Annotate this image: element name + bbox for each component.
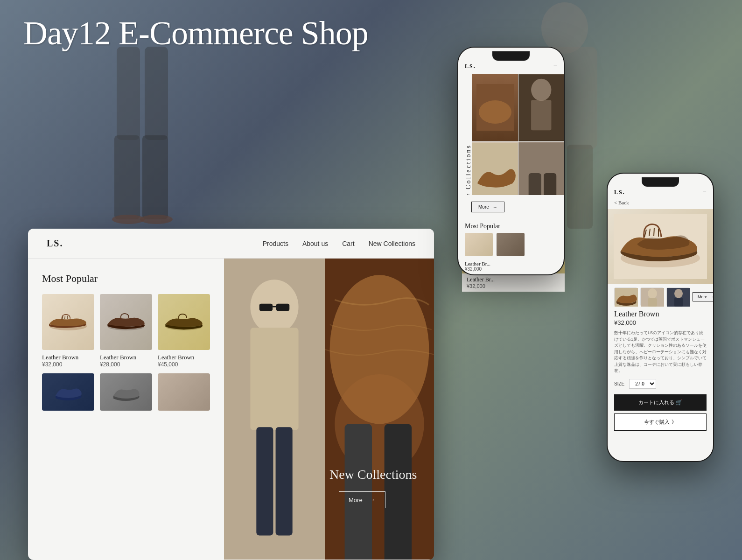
phone-1-grid-img-4 bbox=[518, 142, 564, 195]
product-detail-price: ¥32,000 bbox=[614, 319, 707, 326]
product-price-3: ¥45,000 bbox=[158, 361, 210, 368]
phone-1-more-section: More → bbox=[458, 195, 564, 219]
phone-1-thumb-1[interactable] bbox=[465, 233, 493, 256]
phone-1-notch bbox=[492, 51, 530, 61]
phone-1-collection: New Collections bbox=[458, 74, 564, 195]
phone-2-notch bbox=[642, 177, 679, 187]
more-arrow-desktop: → bbox=[368, 496, 376, 504]
size-select[interactable]: 27.0 26.0 26.5 27.5 28.0 bbox=[629, 379, 656, 389]
phone-1-grid bbox=[472, 74, 564, 195]
product-name-1: Leather Brown bbox=[42, 354, 94, 361]
product-name-2: Leather Brown bbox=[100, 354, 152, 361]
back-button[interactable]: < Back bbox=[614, 200, 707, 205]
nav-products[interactable]: Products bbox=[263, 240, 288, 247]
phone-1-grid-img-2 bbox=[518, 74, 564, 141]
svg-rect-20 bbox=[276, 427, 293, 535]
svg-rect-49 bbox=[648, 298, 657, 307]
phone-1-product-row bbox=[458, 233, 564, 256]
svg-point-48 bbox=[648, 288, 657, 299]
phone-mockup-2: LS. ≡ < Back bbox=[607, 173, 714, 462]
product-grid: Leather Brown ¥32,000 Leather Brown bbox=[42, 294, 210, 368]
more-label-desktop: More bbox=[349, 497, 363, 504]
thumb-shoe[interactable] bbox=[614, 287, 637, 306]
phone-1-overlap-name: Leather Br... bbox=[467, 276, 560, 283]
desktop-mockup: LS. Products About us Cart New Collectio… bbox=[28, 229, 434, 560]
nav-new-collections[interactable]: New Collections bbox=[369, 240, 415, 247]
phone-1-product-card-bottom: Leather Br... ¥32,000 bbox=[462, 273, 565, 292]
phone-1-grid-img-1 bbox=[472, 74, 518, 141]
collection-left-image bbox=[224, 259, 325, 560]
svg-rect-3 bbox=[142, 135, 168, 219]
phone-1-menu-icon[interactable]: ≡ bbox=[553, 63, 557, 70]
svg-rect-37 bbox=[544, 173, 556, 195]
product-image-bottom-1[interactable] bbox=[42, 373, 94, 411]
svg-point-5 bbox=[140, 215, 173, 224]
phone-1-grid-img-3 bbox=[472, 142, 518, 195]
product-image-3 bbox=[158, 294, 210, 350]
svg-point-32 bbox=[531, 79, 551, 101]
vertical-text-container: New Collections bbox=[465, 118, 472, 195]
svg-point-51 bbox=[674, 289, 683, 298]
buy-now-button[interactable]: 今すぐ購入 》 bbox=[614, 413, 707, 431]
svg-rect-36 bbox=[528, 173, 541, 195]
product-image-bottom-2[interactable] bbox=[100, 373, 152, 411]
new-collections-title: New Collections bbox=[329, 467, 429, 482]
svg-rect-18 bbox=[250, 328, 298, 430]
product-card-3[interactable]: Leather Brown ¥45,000 bbox=[158, 294, 210, 368]
product-image-1 bbox=[42, 294, 94, 350]
phone-1-most-popular: Most Popular Leather Br... ¥32,000 bbox=[458, 219, 564, 274]
collection-right-image: New Collections More → bbox=[325, 259, 434, 560]
phone-1-overlap-price: ¥32,000 bbox=[467, 283, 560, 289]
product-image-2 bbox=[100, 294, 152, 350]
svg-point-30 bbox=[479, 100, 511, 124]
desktop-left-panel: Most Popular bbox=[28, 259, 224, 560]
phone-1-logo: LS. bbox=[465, 63, 476, 70]
nav-about[interactable]: About us bbox=[302, 240, 328, 247]
desktop-content: Most Popular bbox=[28, 259, 434, 560]
product-image-bottom-3[interactable] bbox=[158, 373, 210, 411]
product-detail-desc: 数十年にわたってLSのアイコン的存在であり続けている1足。かつては英国でポストマ… bbox=[614, 330, 707, 374]
vertical-new-collections: New Collections bbox=[465, 144, 472, 195]
svg-line-12 bbox=[65, 316, 65, 319]
svg-rect-19 bbox=[256, 427, 273, 535]
svg-rect-52 bbox=[674, 298, 683, 307]
thumb-person-2[interactable] bbox=[666, 287, 690, 306]
svg-line-44 bbox=[654, 228, 654, 236]
svg-rect-1 bbox=[145, 47, 168, 140]
desktop-header: LS. Products About us Cart New Collectio… bbox=[28, 229, 434, 259]
nav-cart[interactable]: Cart bbox=[342, 240, 354, 247]
product-detail-name: Leather Brown bbox=[614, 310, 707, 318]
product-name-3: Leather Brown bbox=[158, 354, 210, 361]
phone-1-more-btn[interactable]: More → bbox=[471, 202, 504, 212]
svg-rect-9 bbox=[567, 145, 593, 229]
svg-rect-22 bbox=[276, 304, 289, 311]
page-title: Day12 E-Commerce Shop bbox=[23, 14, 368, 53]
phone-2-more-btn[interactable]: More → bbox=[693, 292, 713, 301]
phone-2-more-label: More bbox=[698, 294, 707, 299]
product-card-2[interactable]: Leather Brown ¥28,000 bbox=[100, 294, 152, 368]
phone-1-thumb-2[interactable] bbox=[497, 233, 525, 256]
thumb-person-1[interactable] bbox=[640, 287, 664, 306]
svg-point-4 bbox=[112, 215, 145, 224]
product-price-1: ¥32,000 bbox=[42, 361, 94, 368]
bg-person-left bbox=[103, 47, 177, 224]
phone-1-inner: LS. ≡ New Collections bbox=[458, 48, 564, 274]
most-popular-title: Most Popular bbox=[42, 273, 210, 285]
product-card-1[interactable]: Leather Brown ¥32,000 bbox=[42, 294, 94, 368]
new-collections-section: New Collections More → bbox=[329, 467, 429, 513]
phone-1-more-label: More bbox=[478, 204, 489, 210]
product-detail-info: Leather Brown ¥32,000 数十年にわたってLSのアイコン的存在… bbox=[608, 310, 713, 431]
phone-2-menu-icon[interactable]: ≡ bbox=[703, 189, 707, 196]
desktop-logo: LS. bbox=[47, 238, 63, 249]
phone-2-inner: LS. ≡ < Back bbox=[608, 174, 713, 461]
svg-point-6 bbox=[541, 2, 588, 54]
phone-2-more-arrow: → bbox=[710, 294, 713, 299]
svg-rect-21 bbox=[259, 304, 273, 311]
phone-1-section-title: Most Popular bbox=[458, 219, 564, 233]
desktop-right-panel: New Collections More → bbox=[224, 259, 434, 560]
phone-mockup-1: LS. ≡ New Collections bbox=[457, 47, 565, 275]
phone-1-product-name: Leather Br... bbox=[465, 261, 557, 266]
more-button-desktop[interactable]: More → bbox=[339, 491, 385, 508]
add-to-cart-button[interactable]: カートに入れる 🛒 bbox=[614, 394, 707, 411]
phone-1-product-price: ¥32,000 bbox=[465, 266, 557, 272]
